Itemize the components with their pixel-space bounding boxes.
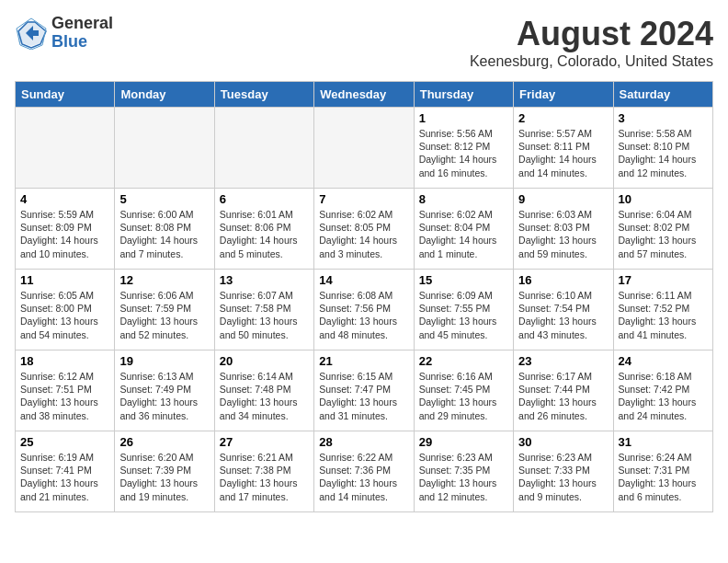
logo-text: General Blue (51, 15, 113, 52)
calendar-week-row: 1Sunrise: 5:56 AMSunset: 8:12 PMDaylight… (16, 108, 713, 189)
day-number: 25 (20, 435, 109, 449)
day-info: Sunrise: 6:06 AMSunset: 7:59 PMDaylight:… (119, 289, 209, 341)
day-info: Sunrise: 6:02 AMSunset: 8:05 PMDaylight:… (319, 208, 408, 260)
calendar-day-cell: 5Sunrise: 6:00 AMSunset: 8:08 PMDaylight… (115, 189, 214, 270)
calendar-header-row: SundayMondayTuesdayWednesdayThursdayFrid… (16, 82, 713, 108)
column-header-monday: Monday (115, 82, 214, 108)
calendar-week-row: 25Sunrise: 6:19 AMSunset: 7:41 PMDayligh… (16, 431, 713, 512)
day-info: Sunrise: 6:21 AMSunset: 7:38 PMDaylight:… (220, 451, 309, 503)
day-info: Sunrise: 6:16 AMSunset: 7:45 PMDaylight:… (419, 370, 508, 422)
calendar-day-cell: 15Sunrise: 6:09 AMSunset: 7:55 PMDayligh… (414, 270, 513, 350)
day-number: 3 (619, 111, 708, 125)
day-info: Sunrise: 6:18 AMSunset: 7:42 PMDaylight:… (619, 370, 708, 422)
calendar-day-cell: 18Sunrise: 6:12 AMSunset: 7:51 PMDayligh… (16, 350, 115, 431)
day-number: 1 (419, 111, 508, 125)
page-header: General Blue August 2024 Keenesburg, Col… (15, 15, 713, 70)
day-info: Sunrise: 5:59 AMSunset: 8:09 PMDaylight:… (20, 208, 109, 260)
day-info: Sunrise: 6:12 AMSunset: 7:51 PMDaylight:… (20, 370, 109, 422)
day-number: 13 (220, 273, 309, 287)
day-number: 24 (619, 354, 708, 368)
calendar-day-cell: 7Sunrise: 6:02 AMSunset: 8:05 PMDaylight… (314, 189, 414, 270)
calendar-day-cell: 19Sunrise: 6:13 AMSunset: 7:49 PMDayligh… (115, 350, 214, 431)
calendar-day-cell: 1Sunrise: 5:56 AMSunset: 8:12 PMDaylight… (414, 108, 513, 189)
calendar-day-cell: 31Sunrise: 6:24 AMSunset: 7:31 PMDayligh… (613, 431, 712, 512)
calendar-day-cell: 22Sunrise: 6:16 AMSunset: 7:45 PMDayligh… (414, 350, 513, 431)
calendar-day-cell: 4Sunrise: 5:59 AMSunset: 8:09 PMDaylight… (16, 189, 115, 270)
day-number: 16 (518, 273, 608, 287)
day-number: 11 (20, 273, 109, 287)
title-area: August 2024 Keenesburg, Colorado, United… (470, 15, 713, 70)
day-number: 20 (220, 354, 309, 368)
day-number: 10 (619, 192, 708, 206)
day-number: 26 (119, 435, 209, 449)
column-header-friday: Friday (514, 82, 613, 108)
day-info: Sunrise: 6:19 AMSunset: 7:41 PMDaylight:… (20, 451, 109, 503)
month-title: August 2024 (470, 15, 713, 53)
day-info: Sunrise: 6:08 AMSunset: 7:56 PMDaylight:… (319, 289, 408, 341)
column-header-thursday: Thursday (414, 82, 513, 108)
day-info: Sunrise: 5:58 AMSunset: 8:10 PMDaylight:… (619, 127, 708, 179)
calendar-day-cell: 28Sunrise: 6:22 AMSunset: 7:36 PMDayligh… (314, 431, 414, 512)
calendar-day-cell: 27Sunrise: 6:21 AMSunset: 7:38 PMDayligh… (214, 431, 313, 512)
calendar-day-cell: 24Sunrise: 6:18 AMSunset: 7:42 PMDayligh… (613, 350, 712, 431)
day-number: 15 (419, 273, 508, 287)
day-info: Sunrise: 6:23 AMSunset: 7:35 PMDaylight:… (419, 451, 508, 503)
day-info: Sunrise: 6:20 AMSunset: 7:39 PMDaylight:… (119, 451, 209, 503)
day-number: 17 (619, 273, 708, 287)
day-number: 14 (319, 273, 408, 287)
day-info: Sunrise: 6:01 AMSunset: 8:06 PMDaylight:… (220, 208, 309, 260)
calendar-day-cell: 14Sunrise: 6:08 AMSunset: 7:56 PMDayligh… (314, 270, 414, 350)
day-number: 9 (518, 192, 608, 206)
day-number: 31 (619, 435, 708, 449)
day-number: 30 (518, 435, 608, 449)
day-info: Sunrise: 6:13 AMSunset: 7:49 PMDaylight:… (119, 370, 209, 422)
day-number: 21 (319, 354, 408, 368)
calendar-day-cell: 11Sunrise: 6:05 AMSunset: 8:00 PMDayligh… (16, 270, 115, 350)
day-number: 5 (119, 192, 209, 206)
day-number: 2 (518, 111, 608, 125)
calendar-day-cell (214, 108, 313, 189)
logo-icon (15, 17, 48, 50)
calendar-day-cell: 26Sunrise: 6:20 AMSunset: 7:39 PMDayligh… (115, 431, 214, 512)
day-number: 12 (119, 273, 209, 287)
day-number: 4 (20, 192, 109, 206)
day-info: Sunrise: 5:57 AMSunset: 8:11 PMDaylight:… (518, 127, 608, 179)
logo: General Blue (15, 15, 113, 52)
calendar-day-cell (314, 108, 414, 189)
calendar-day-cell: 3Sunrise: 5:58 AMSunset: 8:10 PMDaylight… (613, 108, 712, 189)
calendar-table: SundayMondayTuesdayWednesdayThursdayFrid… (15, 81, 713, 512)
day-number: 22 (419, 354, 508, 368)
day-number: 23 (518, 354, 608, 368)
calendar-day-cell: 13Sunrise: 6:07 AMSunset: 7:58 PMDayligh… (214, 270, 313, 350)
day-info: Sunrise: 5:56 AMSunset: 8:12 PMDaylight:… (419, 127, 508, 179)
day-number: 19 (119, 354, 209, 368)
logo-blue: Blue (51, 33, 113, 52)
day-info: Sunrise: 6:02 AMSunset: 8:04 PMDaylight:… (419, 208, 508, 260)
day-info: Sunrise: 6:14 AMSunset: 7:48 PMDaylight:… (220, 370, 309, 422)
day-info: Sunrise: 6:24 AMSunset: 7:31 PMDaylight:… (619, 451, 708, 503)
calendar-week-row: 4Sunrise: 5:59 AMSunset: 8:09 PMDaylight… (16, 189, 713, 270)
calendar-week-row: 18Sunrise: 6:12 AMSunset: 7:51 PMDayligh… (16, 350, 713, 431)
column-header-saturday: Saturday (613, 82, 712, 108)
column-header-sunday: Sunday (16, 82, 115, 108)
day-info: Sunrise: 6:15 AMSunset: 7:47 PMDaylight:… (319, 370, 408, 422)
calendar-day-cell: 17Sunrise: 6:11 AMSunset: 7:52 PMDayligh… (613, 270, 712, 350)
calendar-day-cell: 25Sunrise: 6:19 AMSunset: 7:41 PMDayligh… (16, 431, 115, 512)
day-number: 18 (20, 354, 109, 368)
day-number: 7 (319, 192, 408, 206)
calendar-day-cell: 2Sunrise: 5:57 AMSunset: 8:11 PMDaylight… (514, 108, 613, 189)
calendar-day-cell: 20Sunrise: 6:14 AMSunset: 7:48 PMDayligh… (214, 350, 313, 431)
calendar-day-cell: 6Sunrise: 6:01 AMSunset: 8:06 PMDaylight… (214, 189, 313, 270)
day-number: 8 (419, 192, 508, 206)
calendar-day-cell: 16Sunrise: 6:10 AMSunset: 7:54 PMDayligh… (514, 270, 613, 350)
day-info: Sunrise: 6:11 AMSunset: 7:52 PMDaylight:… (619, 289, 708, 341)
location-title: Keenesburg, Colorado, United States (470, 53, 713, 70)
day-info: Sunrise: 6:05 AMSunset: 8:00 PMDaylight:… (20, 289, 109, 341)
calendar-day-cell: 29Sunrise: 6:23 AMSunset: 7:35 PMDayligh… (414, 431, 513, 512)
day-info: Sunrise: 6:22 AMSunset: 7:36 PMDaylight:… (319, 451, 408, 503)
day-info: Sunrise: 6:23 AMSunset: 7:33 PMDaylight:… (518, 451, 608, 503)
calendar-day-cell: 21Sunrise: 6:15 AMSunset: 7:47 PMDayligh… (314, 350, 414, 431)
calendar-day-cell: 23Sunrise: 6:17 AMSunset: 7:44 PMDayligh… (514, 350, 613, 431)
day-number: 6 (220, 192, 309, 206)
day-info: Sunrise: 6:00 AMSunset: 8:08 PMDaylight:… (119, 208, 209, 260)
